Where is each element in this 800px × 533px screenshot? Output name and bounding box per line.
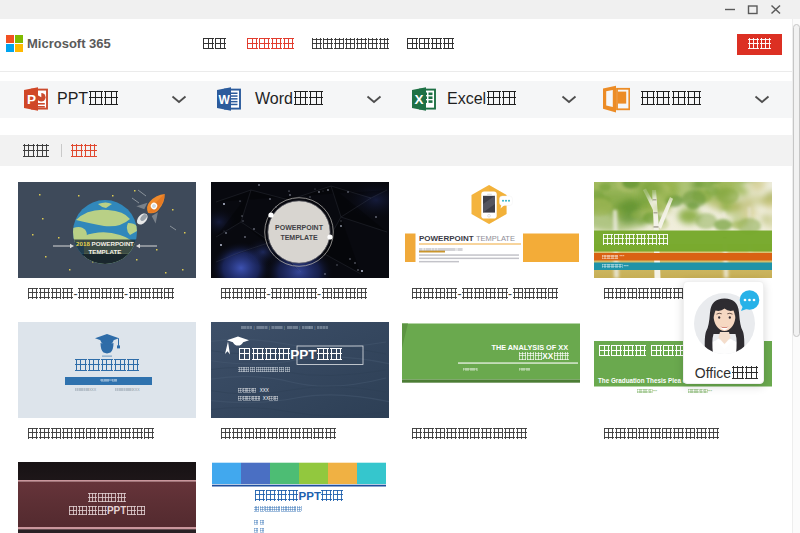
svg-text:W: W — [219, 93, 231, 107]
svg-text:TEMPLATE: TEMPLATE — [89, 248, 122, 255]
svg-text:POWERPOINT TEMPLATE: POWERPOINT TEMPLATE — [419, 234, 515, 243]
svg-text:POWERPOINT: POWERPOINT — [275, 224, 324, 231]
svg-text:P: P — [27, 92, 36, 107]
svg-text:TEMPLATE: TEMPLATE — [280, 234, 318, 241]
svg-text:2018 POWERPOINT: 2018 POWERPOINT — [76, 240, 134, 247]
svg-text:X: X — [415, 92, 424, 107]
svg-text:THE ANALYSIS OF XX: THE ANALYSIS OF XX — [492, 343, 569, 352]
